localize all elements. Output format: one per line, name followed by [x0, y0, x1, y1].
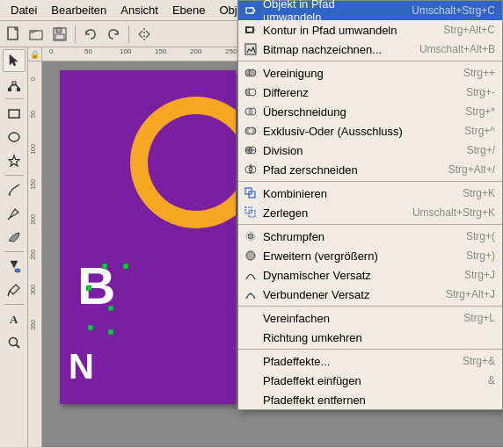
- pencil-tool-btn[interactable]: [3, 178, 26, 201]
- rect-tool-btn[interactable]: [3, 102, 26, 125]
- sel-handle-tl: [102, 264, 107, 269]
- bitmap-nachzeichnen-icon: [244, 42, 258, 56]
- vereinfachen-icon: [244, 311, 258, 325]
- menu-item-erweitern[interactable]: Erweitern (vergrößern) Strg+): [238, 246, 502, 265]
- menu-item-pfadeffekte[interactable]: Pfadeffekte... Strg+&: [238, 351, 502, 371]
- sel-handle-mr: [108, 306, 113, 311]
- ruler-num-250: 250: [225, 47, 237, 55]
- save-file-btn[interactable]: [49, 24, 70, 45]
- open-file-btn[interactable]: [26, 24, 47, 45]
- svg-rect-30: [246, 27, 253, 33]
- differenz-icon: [244, 85, 258, 99]
- dropper-tool-btn[interactable]: [3, 278, 26, 301]
- menu-item-ueberschneidung[interactable]: Überschneidung Strg+*: [238, 102, 502, 121]
- kontur-in-pfad-icon: [244, 23, 258, 37]
- pfad-menu-container: Objekt in Pfad umwandeln Umschalt+Strg+C…: [237, 0, 503, 410]
- tool-separator-2: [4, 175, 24, 176]
- svg-point-53: [246, 251, 255, 260]
- menu-item-shortcut-erweitern: Strg+): [466, 249, 495, 262]
- ellipse-tool-btn[interactable]: [3, 126, 26, 148]
- menu-item-label-pfadeffekte: Pfadeffekte...: [263, 355, 445, 368]
- menu-item-shortcut-vereinfachen: Strg+L: [463, 312, 495, 324]
- menu-item-bitmap-nachzeichnen[interactable]: Bitmap nachzeichnen... Umschalt+Alt+B: [238, 40, 502, 59]
- menu-item-shortcut-pfadeffekte: Strg+&: [463, 355, 495, 367]
- tool-separator-1: [4, 98, 24, 99]
- menu-item-pfadeffekt-einfuegen[interactable]: Pfadeffekt einfügen &: [238, 371, 502, 390]
- redo-btn[interactable]: [103, 24, 124, 45]
- pen-tool-btn[interactable]: [3, 202, 26, 225]
- menu-item-richtung-umkehren[interactable]: Richtung umkehren: [238, 328, 502, 347]
- menu-ansicht[interactable]: Ansicht: [113, 0, 165, 20]
- sel-handle-bm: [108, 329, 113, 335]
- menu-item-zerlegen[interactable]: Zerlegen Umschalt+Strg+K: [238, 203, 502, 222]
- menu-ebene[interactable]: Ebene: [165, 0, 213, 20]
- star-tool-btn[interactable]: [3, 149, 26, 172]
- menu-datei[interactable]: Datei: [4, 0, 44, 20]
- svg-text:150: 150: [30, 179, 36, 190]
- menu-item-verb-versatz[interactable]: Verbundener Versatz Strg+Alt+J: [238, 285, 502, 304]
- menu-item-shortcut-zerlegen: Umschalt+Strg+K: [412, 206, 495, 219]
- menu-item-shortcut-verb-versatz: Strg+Alt+J: [446, 288, 495, 300]
- toolbar-separator-2: [128, 25, 129, 43]
- menu-item-division[interactable]: Division Strg+/: [238, 141, 502, 160]
- callig-tool-btn[interactable]: [3, 226, 26, 249]
- menu-item-label-schrumpfen: Schrumpfen: [263, 230, 448, 243]
- menu-item-shortcut-exklusiv-oder: Strg+^: [464, 125, 495, 137]
- menu-item-pfad-zerschneiden[interactable]: Pfad zerschneiden Strg+Alt+/: [238, 160, 502, 179]
- menu-item-shortcut-kontur-in-pfad: Strg+Alt+C: [443, 24, 495, 36]
- menu-item-objekt-in-pfad[interactable]: Objekt in Pfad umwandeln Umschalt+Strg+C: [238, 1, 502, 20]
- menu-item-shortcut-pfadeffekt-einfuegen: &: [488, 374, 495, 387]
- menu-item-label-kontur-in-pfad: Kontur in Pfad umwandeln: [263, 24, 426, 37]
- menu-item-label-vereinigung: Vereinigung: [263, 67, 446, 80]
- menu-item-shortcut-vereinigung: Strg++: [463, 67, 495, 79]
- undo-btn[interactable]: [80, 24, 101, 45]
- flip-h-btn[interactable]: [134, 24, 155, 45]
- menu-item-pfadeffekt-entfernen[interactable]: Pfadeffekt entfernen: [238, 390, 502, 409]
- fill-tool-btn[interactable]: [3, 255, 26, 278]
- svg-text:300: 300: [30, 285, 36, 295]
- sel-handle-tr: [123, 264, 128, 269]
- menu-item-label-vereinfachen: Vereinfachen: [263, 312, 446, 325]
- menu-item-label-zerlegen: Zerlegen: [263, 206, 395, 220]
- select-tool-btn[interactable]: [3, 49, 26, 72]
- svg-point-12: [9, 133, 19, 141]
- svg-text:50: 50: [30, 111, 36, 118]
- menu-item-differenz[interactable]: Differenz Strg+-: [238, 83, 502, 102]
- menu-item-label-verb-versatz: Verbundener Versatz: [263, 288, 428, 301]
- toolbar-separator-1: [75, 25, 76, 43]
- svg-line-20: [16, 345, 19, 349]
- menu-separator-4: [238, 306, 502, 307]
- ruler-num-150: 150: [155, 47, 166, 55]
- menu-separator-1: [238, 61, 502, 61]
- menu-item-label-ueberschneidung: Überschneidung: [263, 105, 448, 119]
- menu-separator-3: [238, 224, 502, 225]
- menu-separator-2: [238, 181, 502, 182]
- menu-item-kontur-in-pfad[interactable]: Kontur in Pfad umwandeln Strg+Alt+C: [238, 20, 502, 40]
- canvas-background: B N: [60, 70, 236, 404]
- svg-rect-29: [246, 8, 253, 13]
- zerlegen-icon: [244, 206, 258, 220]
- ruler-num-50: 50: [84, 47, 92, 55]
- menu-item-label-pfadeffekt-entfernen: Pfadeffekt entfernen: [263, 394, 477, 407]
- new-document-btn[interactable]: [4, 24, 25, 45]
- svg-text:100: 100: [30, 144, 36, 155]
- menu-item-dyn-versatz[interactable]: Dynamischer Versatz Strg+J: [238, 265, 502, 285]
- svg-point-19: [9, 338, 17, 346]
- svg-point-16: [15, 269, 20, 272]
- menu-item-shortcut-dyn-versatz: Strg+J: [464, 269, 495, 281]
- menu-item-vereinigung[interactable]: Vereinigung Strg++: [238, 63, 502, 83]
- text-tool-btn[interactable]: A: [3, 307, 26, 330]
- menu-item-label-richtung-umkehren: Richtung umkehren: [263, 331, 477, 344]
- ruler-num-200: 200: [190, 47, 201, 55]
- menu-item-label-division: Division: [263, 144, 449, 157]
- sel-handle-ml: [86, 285, 91, 291]
- pfadeffekt-entfernen-icon: [244, 393, 258, 407]
- zoom-tool-btn[interactable]: [3, 331, 26, 354]
- menu-item-label-exklusiv-oder: Exklusiv-Oder (Ausschluss): [263, 125, 447, 138]
- menu-item-kombinieren[interactable]: Kombinieren Strg+K: [238, 184, 502, 203]
- menu-item-exklusiv-oder[interactable]: Exklusiv-Oder (Ausschluss) Strg+^: [238, 121, 502, 141]
- menu-item-vereinfachen[interactable]: Vereinfachen Strg+L: [238, 308, 502, 328]
- node-tool-btn[interactable]: [3, 73, 26, 96]
- menu-item-schrumpfen[interactable]: Schrumpfen Strg+(: [238, 227, 502, 246]
- menu-bearbeiten[interactable]: Bearbeiten: [44, 0, 113, 20]
